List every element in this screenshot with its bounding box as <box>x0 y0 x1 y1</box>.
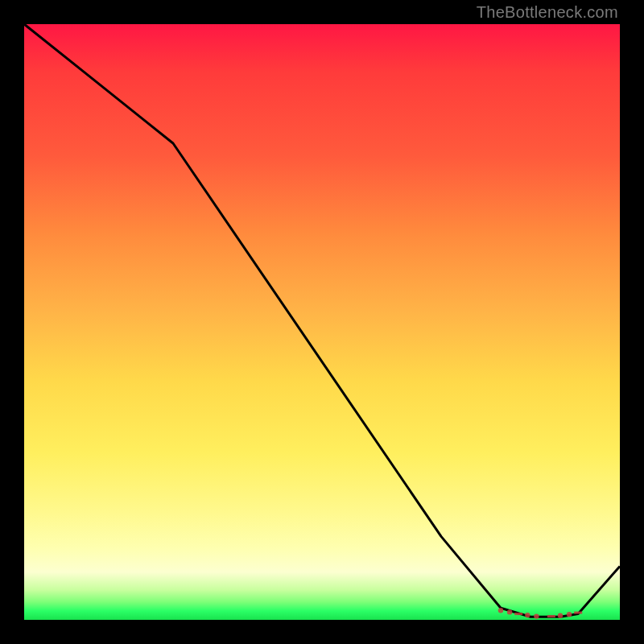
chart-container: TheBottleneck.com <box>0 0 644 644</box>
feature-dot <box>534 613 539 618</box>
data-line <box>24 24 620 617</box>
chart-overlay <box>24 24 620 620</box>
feature-dot <box>525 613 530 617</box>
feature-dot <box>498 608 503 613</box>
watermark-text: TheBottleneck.com <box>477 3 618 22</box>
feature-dot <box>567 612 572 617</box>
feature-dot <box>558 613 563 618</box>
feature-dot <box>507 609 512 614</box>
